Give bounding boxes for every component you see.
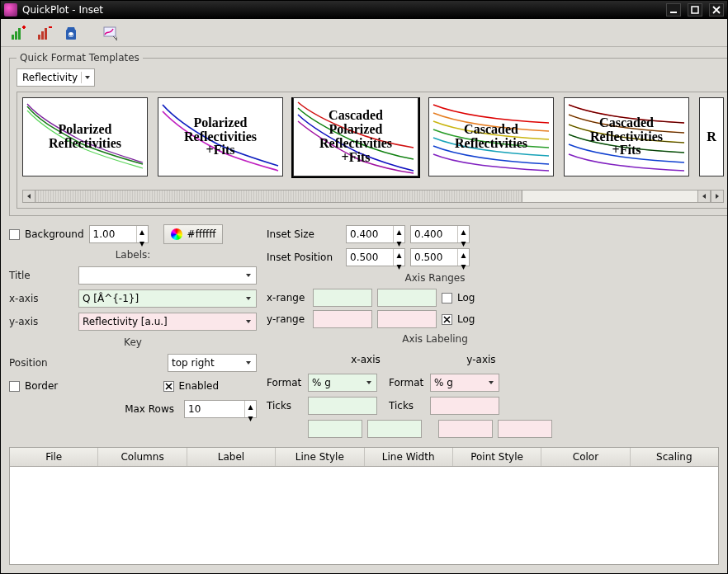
format-y-dropdown[interactable]: % g bbox=[430, 374, 499, 392]
inset-column: Inset Size ▴▾ ▴▾ Inset Position ▴▾ bbox=[267, 224, 719, 439]
template-thumb[interactable]: PolarizedReflectivities+Fits bbox=[158, 97, 283, 176]
format-x-value: % g bbox=[312, 377, 331, 388]
yaxis-label-combobox[interactable]: Reflectivity [a.u.] bbox=[78, 313, 257, 331]
background-color-value: #ffffff bbox=[187, 228, 216, 240]
xrange-min-input[interactable] bbox=[313, 289, 372, 307]
inset-size-w-spinner[interactable]: ▴▾ bbox=[346, 225, 405, 243]
table-header[interactable]: Line Width bbox=[365, 448, 453, 466]
template-thumb[interactable]: CascadedReflectivities+Fits bbox=[564, 97, 689, 176]
export-button[interactable] bbox=[100, 22, 121, 44]
yaxis-label: y-axis bbox=[9, 316, 73, 327]
xrange-log-label: Log bbox=[457, 292, 475, 303]
inset-size-h-spinner[interactable]: ▴▾ bbox=[410, 225, 470, 243]
spin-down-icon[interactable]: ▾ bbox=[394, 261, 404, 272]
spin-up-icon[interactable]: ▴ bbox=[394, 249, 404, 261]
spin-up-icon[interactable]: ▴ bbox=[245, 401, 256, 412]
spin-down-icon[interactable]: ▾ bbox=[458, 261, 469, 272]
table-header[interactable]: Scaling bbox=[631, 448, 718, 466]
svg-rect-4 bbox=[18, 28, 21, 40]
extra-x1-input[interactable] bbox=[308, 420, 362, 438]
templates-legend: Quick Format Templates bbox=[17, 52, 143, 64]
remove-plot-button[interactable] bbox=[34, 22, 55, 44]
scroll-right-button[interactable] bbox=[711, 190, 724, 203]
border-checkbox[interactable] bbox=[9, 381, 20, 392]
ticks-y-label: Ticks bbox=[389, 400, 425, 412]
inset-pos-x-input[interactable] bbox=[347, 249, 393, 266]
table-body[interactable] bbox=[10, 467, 718, 564]
chevron-down-icon bbox=[485, 377, 497, 388]
table-header[interactable]: File bbox=[10, 448, 98, 466]
inset-pos-y-input[interactable] bbox=[411, 249, 457, 266]
scrollbar-thumb[interactable] bbox=[35, 191, 522, 202]
table-header[interactable]: Color bbox=[541, 448, 630, 466]
key-position-value: top right bbox=[172, 357, 215, 369]
background-color-button[interactable]: #ffffff bbox=[163, 224, 224, 244]
app-icon bbox=[4, 3, 17, 16]
maxrows-input[interactable] bbox=[185, 401, 244, 417]
inset-pos-y-spinner[interactable]: ▴▾ bbox=[410, 248, 470, 266]
inset-pos-x-spinner[interactable]: ▴▾ bbox=[346, 248, 405, 266]
xrange-log-checkbox[interactable] bbox=[442, 293, 452, 303]
spin-up-icon[interactable]: ▴ bbox=[458, 249, 469, 261]
enabled-checkbox[interactable] bbox=[163, 381, 174, 392]
chevron-down-icon bbox=[81, 72, 92, 83]
ticks-x-input[interactable] bbox=[308, 397, 377, 415]
inset-size-h-input[interactable] bbox=[411, 226, 457, 242]
svg-rect-6 bbox=[41, 31, 44, 40]
labels-heading: Labels: bbox=[9, 249, 257, 261]
spin-down-icon[interactable]: ▾ bbox=[137, 238, 148, 249]
template-thumb-label: R bbox=[700, 98, 723, 176]
close-button[interactable] bbox=[709, 3, 724, 16]
yrange-log-checkbox[interactable] bbox=[442, 314, 452, 325]
data-table: File Columns Label Line Style Line Width… bbox=[9, 447, 719, 565]
inset-size-w-input[interactable] bbox=[347, 226, 393, 242]
extra-x2-input[interactable] bbox=[367, 420, 422, 438]
maxrows-spinner[interactable]: ▴▾ bbox=[184, 400, 257, 418]
table-header-row: File Columns Label Line Style Line Width… bbox=[10, 448, 718, 467]
yaxis-column-label: y-axis bbox=[423, 354, 539, 365]
spin-up-icon[interactable]: ▴ bbox=[137, 226, 148, 238]
spin-up-icon[interactable]: ▴ bbox=[458, 226, 469, 238]
yrange-max-input[interactable] bbox=[377, 310, 437, 328]
template-thumb[interactable]: CascadedPolarizedReflectivities+Fits bbox=[293, 97, 418, 176]
chevron-down-icon bbox=[243, 293, 254, 304]
svg-rect-5 bbox=[38, 35, 40, 40]
table-header[interactable]: Line Style bbox=[276, 448, 364, 466]
template-thumb[interactable]: PolarizedReflectivities bbox=[22, 97, 148, 176]
toolbar bbox=[1, 19, 727, 47]
scrollbar-track[interactable] bbox=[35, 190, 697, 203]
scroll-left-button[interactable] bbox=[22, 190, 35, 203]
spin-up-icon[interactable]: ▴ bbox=[394, 226, 404, 238]
table-header[interactable]: Point Style bbox=[453, 448, 541, 466]
table-header[interactable]: Columns bbox=[98, 448, 187, 466]
scroll-left2-button[interactable] bbox=[697, 190, 711, 203]
format-x-dropdown[interactable]: % g bbox=[308, 374, 377, 392]
background-opacity-spinner[interactable]: ▴▾ bbox=[89, 225, 149, 243]
clear-button[interactable] bbox=[60, 22, 82, 44]
format-x-label: Format bbox=[267, 377, 303, 388]
add-plot-button[interactable] bbox=[7, 22, 29, 44]
template-thumb[interactable]: CascadedReflectivities bbox=[428, 97, 554, 176]
template-scrollbar[interactable] bbox=[22, 190, 724, 203]
table-header[interactable]: Label bbox=[187, 448, 276, 466]
quick-format-templates-group: Quick Format Templates Reflectivity bbox=[9, 52, 727, 216]
template-thumb[interactable]: R bbox=[699, 97, 724, 176]
key-position-dropdown[interactable]: top right bbox=[168, 354, 257, 372]
maximize-button[interactable] bbox=[688, 3, 702, 16]
xaxis-label-combobox[interactable]: Q [Å^{-1}] bbox=[78, 289, 257, 308]
enabled-label: Enabled bbox=[179, 380, 220, 392]
yrange-min-input[interactable] bbox=[313, 310, 372, 328]
background-checkbox[interactable] bbox=[9, 229, 20, 240]
format-y-label: Format bbox=[389, 377, 425, 388]
xrange-max-input[interactable] bbox=[377, 289, 437, 307]
spin-down-icon[interactable]: ▾ bbox=[245, 412, 256, 424]
extra-y1-input[interactable] bbox=[438, 420, 493, 438]
background-opacity-input[interactable] bbox=[90, 226, 136, 242]
ticks-y-input[interactable] bbox=[430, 397, 499, 415]
yrange-label: y-range bbox=[267, 313, 308, 325]
template-category-dropdown[interactable]: Reflectivity bbox=[17, 68, 95, 87]
chevron-down-icon bbox=[243, 316, 254, 327]
background-label: Background bbox=[25, 228, 84, 240]
extra-y2-input[interactable] bbox=[498, 420, 552, 438]
minimize-button[interactable] bbox=[666, 3, 681, 16]
